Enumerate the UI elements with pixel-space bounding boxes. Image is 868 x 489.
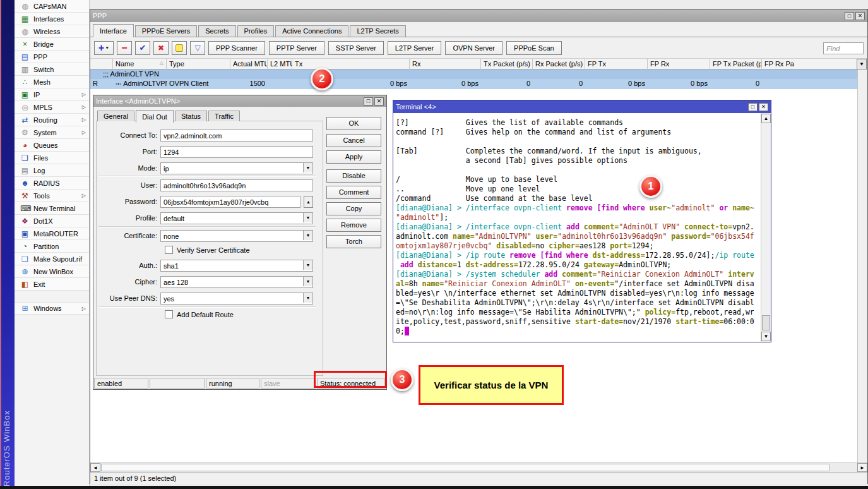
column-header-fp-tx-packet-p-s[interactable]: FP Tx Packet (p/s) — [710, 59, 762, 69]
sidebar-item-mpls[interactable]: ◎MPLS▷ — [15, 101, 89, 114]
verify-server-certificate-checkbox[interactable] — [165, 246, 173, 254]
ok-button[interactable]: OK — [326, 117, 381, 130]
sidebar-item-ip[interactable]: ▣IP▷ — [15, 88, 89, 101]
close-icon[interactable]: ✕ — [759, 103, 768, 111]
sidebar-item-routing[interactable]: ⇄Routing▷ — [15, 114, 89, 126]
column-header-fp-tx[interactable]: FP Tx — [585, 59, 648, 69]
torch-button[interactable]: Torch — [326, 235, 381, 248]
vertical-scrollbar[interactable] — [857, 69, 867, 462]
user-input[interactable] — [160, 179, 313, 191]
sidebar-item-tools[interactable]: ⚒Tools▷ — [15, 190, 89, 202]
close-icon[interactable]: ✕ — [374, 97, 384, 106]
sidebar-item-wireless[interactable]: ◍Wireless — [15, 25, 89, 38]
password-input[interactable] — [160, 196, 300, 208]
sidebar-item-ppp[interactable]: ▤PPP — [15, 51, 89, 63]
tab-interface[interactable]: Interface — [93, 24, 134, 37]
dropdown-icon[interactable]: ▼ — [303, 293, 312, 303]
sidebar-item-capsman[interactable]: ◍CAPsMAN — [15, 0, 89, 13]
ovpn-server-button[interactable]: OVPN Server — [445, 41, 502, 55]
horizontal-scrollbar[interactable]: ◄ ► — [90, 462, 867, 473]
auth-select[interactable] — [160, 260, 313, 272]
tab-l2tp-secrets[interactable]: L2TP Secrets — [350, 25, 405, 37]
terminal-scrollbar[interactable]: ▲ ▼ — [761, 113, 771, 342]
scroll-down-icon[interactable]: ▼ — [761, 332, 771, 341]
scroll-up-icon[interactable]: ▲ — [761, 114, 771, 123]
column-header-name[interactable]: Name△ — [113, 59, 167, 69]
add-default-route-checkbox[interactable] — [165, 310, 173, 318]
disable-button[interactable]: ✖ — [153, 41, 169, 55]
terminal-titlebar[interactable]: Terminal <4> □ ✕ — [393, 100, 771, 113]
sidebar-item-new-winbox[interactable]: ⊕New WinBox — [15, 265, 89, 278]
sidebar-item-new-terminal[interactable]: ⌨New Terminal — [15, 202, 89, 215]
connect-to-input[interactable] — [160, 130, 313, 142]
add-button[interactable]: +▼ — [94, 41, 114, 55]
column-header-tx[interactable]: Tx — [292, 59, 410, 69]
sidebar-item-make-supout-rif[interactable]: ❏Make Supout.rif — [15, 253, 89, 265]
tab-status[interactable]: Status — [175, 111, 207, 121]
sidebar-item-dot1x[interactable]: ❖Dot1X — [15, 215, 89, 227]
sidebar-item-queues[interactable]: ◕Queues — [15, 139, 89, 152]
sidebar-item-partition[interactable]: ◔Partition — [15, 240, 89, 253]
column-header-tx-packet-p-s[interactable]: Tx Packet (p/s) — [481, 59, 533, 69]
spinner-up-icon[interactable]: ▲ — [304, 196, 313, 208]
tab-active-connections[interactable]: Active Connections — [275, 25, 348, 37]
tab-dial-out[interactable]: Dial Out — [136, 110, 174, 123]
sidebar-item-exit[interactable]: ◧Exit — [15, 278, 89, 291]
close-icon[interactable]: ✕ — [855, 12, 865, 20]
maximize-icon[interactable]: □ — [748, 103, 758, 111]
certificate-select[interactable] — [160, 230, 313, 242]
scrollbar-thumb[interactable] — [762, 315, 770, 330]
dropdown-icon[interactable]: ▼ — [303, 260, 312, 270]
mode-select[interactable] — [160, 162, 313, 174]
sidebar-item-log[interactable]: ▤Log — [15, 164, 89, 177]
tab-profiles[interactable]: Profiles — [237, 25, 275, 37]
cancel-button[interactable]: Cancel — [326, 134, 381, 147]
maximize-icon[interactable]: □ — [845, 12, 854, 20]
filter-button[interactable]: ▽ — [190, 41, 205, 55]
maximize-icon[interactable]: □ — [364, 97, 373, 106]
remove-button[interactable]: Remove — [326, 219, 381, 232]
pptp-server-button[interactable]: PPTP Server — [269, 41, 324, 55]
scrollbar-thumb[interactable] — [101, 464, 829, 471]
column-header-fp-rx[interactable]: FP Rx — [648, 59, 710, 69]
port-input[interactable] — [160, 146, 313, 158]
profile-select[interactable] — [160, 212, 313, 224]
sidebar-item-mesh[interactable]: ∴Mesh — [15, 76, 89, 88]
ppp-scanner-button[interactable]: PPP Scanner — [208, 41, 265, 55]
tab-secrets[interactable]: Secrets — [198, 25, 235, 37]
remove-button[interactable]: − — [117, 41, 132, 55]
column-header-actual-mtu[interactable]: Actual MTU — [230, 59, 268, 69]
table-row[interactable]: R‹•›AdminOLTVPNOVPN Client15000 bps0 bps… — [90, 79, 857, 89]
sidebar-item-interfaces[interactable]: ▦Interfaces — [15, 13, 89, 25]
cipher-select[interactable] — [160, 276, 313, 288]
enable-button[interactable]: ✔ — [135, 41, 150, 55]
dropdown-icon[interactable]: ▼ — [303, 231, 312, 240]
dropdown-icon[interactable]: ▼ — [303, 277, 312, 286]
terminal-body[interactable]: [?] Gives the list of available commands… — [393, 113, 761, 342]
comment-button[interactable] — [172, 41, 187, 55]
apply-button[interactable]: Apply — [326, 150, 381, 164]
dialog-titlebar[interactable]: Interface <AdminOLTVPN> □ ✕ — [93, 95, 386, 107]
sstp-server-button[interactable]: SSTP Server — [328, 41, 384, 55]
comment-button[interactable]: Comment — [326, 186, 381, 199]
l2tp-server-button[interactable]: L2TP Server — [388, 41, 442, 55]
tab-traffic[interactable]: Traffic — [208, 111, 240, 121]
pppoe-scan-button[interactable]: PPPoE Scan — [506, 41, 562, 55]
scroll-left-icon[interactable]: ◄ — [90, 463, 100, 472]
find-input[interactable] — [823, 42, 864, 54]
column-header-flags[interactable] — [90, 59, 113, 69]
sidebar-item-files[interactable]: ❏Files — [15, 152, 89, 164]
sidebar-item-radius[interactable]: ☻RADIUS — [15, 177, 89, 190]
disable-button[interactable]: Disable — [326, 169, 381, 183]
scroll-right-icon[interactable]: ► — [857, 463, 867, 472]
sidebar-item-windows[interactable]: ⊞Windows▷ — [15, 302, 89, 315]
ppp-titlebar[interactable]: PPP □ ✕ — [90, 9, 867, 22]
sidebar-item-bridge[interactable]: ×Bridge — [15, 38, 89, 51]
column-header-rx[interactable]: Rx — [410, 59, 481, 69]
sidebar-item-metarouter[interactable]: ▣MetaROUTER — [15, 227, 89, 240]
column-header-type[interactable]: Type — [167, 59, 230, 69]
dropdown-icon[interactable]: ▼ — [303, 213, 312, 222]
tab-general[interactable]: General — [97, 111, 134, 121]
copy-button[interactable]: Copy — [326, 202, 381, 215]
use-peer-dns-select[interactable] — [160, 293, 313, 305]
